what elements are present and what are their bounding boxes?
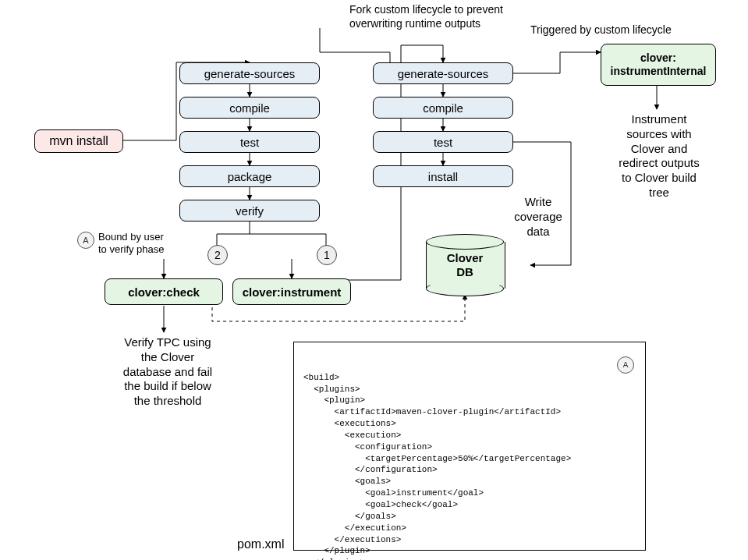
- number-1: 1: [317, 245, 337, 265]
- clover-check-box: clover:check: [105, 278, 223, 305]
- clover-instrument-label: clover:instrument: [243, 285, 342, 299]
- mvn-install-label: mvn install: [49, 134, 108, 148]
- badge-a-pom-text: A: [623, 360, 629, 371]
- right-phase-label: install: [428, 170, 458, 183]
- left-phase-compile: compile: [179, 97, 320, 119]
- left-phase-label: package: [228, 170, 272, 183]
- right-phase-compile: compile: [373, 97, 513, 119]
- left-phase-generate-sources: generate-sources: [179, 62, 320, 84]
- number-1-text: 1: [324, 249, 330, 261]
- trigger-note-text: Triggered by custom lifecycle: [530, 23, 686, 37]
- pom-xml-box: <build> <plugins> <plugin> <artifactId>m…: [293, 342, 646, 551]
- right-phase-install: install: [373, 165, 513, 187]
- pom-xml-content: <build> <plugins> <plugin> <artifactId>m…: [303, 372, 636, 560]
- left-phase-label: generate-sources: [204, 67, 296, 80]
- clover-instrument-internal-box: clover: instrumentInternal: [601, 44, 716, 86]
- clover-db-cylinder: Clover DB: [426, 234, 504, 296]
- number-2: 2: [207, 245, 228, 265]
- number-2-text: 2: [214, 249, 221, 261]
- left-phase-label: compile: [229, 101, 270, 115]
- mvn-install-box: mvn install: [34, 129, 123, 153]
- badge-a-left: A: [77, 232, 94, 249]
- left-phase-package: package: [179, 165, 320, 187]
- right-phase-label: generate-sources: [398, 67, 489, 80]
- left-phase-test: test: [179, 131, 320, 153]
- badge-a-text: A: [83, 236, 88, 245]
- write-note-text: Write coverage data: [507, 195, 569, 239]
- pom-label: pom.xml: [237, 537, 284, 552]
- right-phase-label: compile: [423, 101, 463, 115]
- left-phase-verify: verify: [179, 200, 320, 222]
- badge-a-pom: A: [617, 356, 634, 374]
- clover-check-label: clover:check: [128, 285, 200, 299]
- left-phase-label: test: [240, 136, 259, 149]
- instrument-note-text: Instrument sources with Clover and redir…: [616, 112, 702, 200]
- bound-note-text: Bound by user to verify phase: [98, 231, 184, 257]
- fork-note-text: Fork custom lifecycle to prevent overwri…: [349, 3, 513, 30]
- clover-instrument-box: clover:instrument: [232, 278, 351, 305]
- clover-instrument-internal-label: clover: instrumentInternal: [611, 51, 707, 78]
- right-phase-label: test: [434, 136, 452, 149]
- right-phase-test: test: [373, 131, 513, 153]
- left-phase-label: verify: [236, 204, 264, 218]
- right-phase-generate-sources: generate-sources: [373, 62, 513, 84]
- clover-db-label: Clover DB: [426, 251, 504, 279]
- verify-note-text: Verify TPC using the Clover database and…: [117, 335, 218, 409]
